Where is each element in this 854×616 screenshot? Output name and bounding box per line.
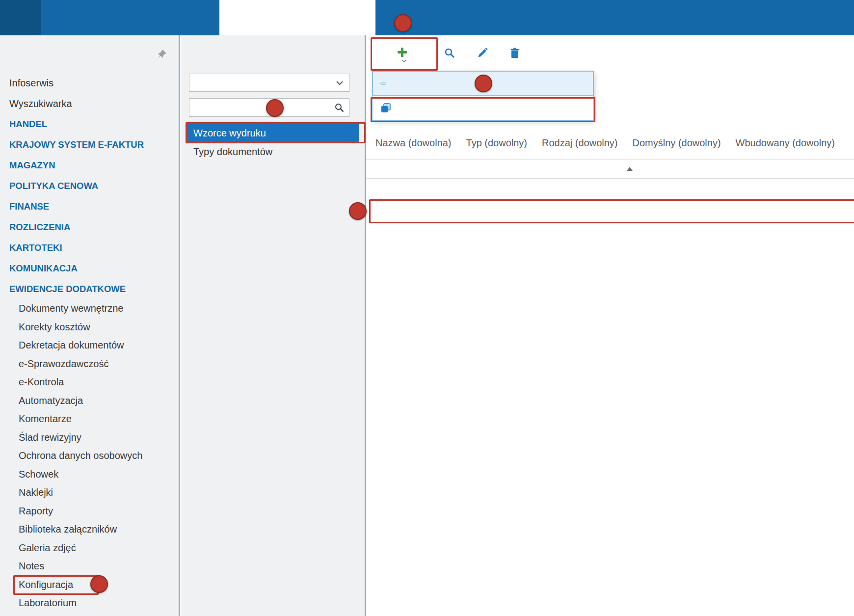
favorites-star-icon[interactable] bbox=[55, 0, 79, 35]
sidebar-item-label: KARTOTEKI bbox=[9, 242, 62, 253]
sidebar-item[interactable]: KRAJOWY SYSTEM E-FAKTUR bbox=[0, 134, 179, 155]
active-tab[interactable] bbox=[219, 0, 375, 35]
column-filter[interactable]: Typ (dowolny) bbox=[466, 137, 528, 152]
trash-icon bbox=[510, 48, 520, 58]
sidebar-item[interactable]: Galeria zdjęć bbox=[0, 539, 179, 558]
sidebar-item-label: KOMUNIKACJA bbox=[9, 263, 78, 274]
sidebar-item[interactable]: Automatyzacja bbox=[0, 392, 179, 410]
sidebar-item-label: MAGAZYN bbox=[9, 160, 55, 171]
sidebar-item-label: Ślad rewizyjny bbox=[19, 432, 81, 443]
sidebar-item-label: Biblioteka załączników bbox=[19, 524, 117, 535]
sidebar-item-label: ROZLICZENIA bbox=[9, 222, 70, 233]
sidebar-item[interactable]: e-Kontrola bbox=[0, 373, 179, 392]
copy-icon bbox=[380, 103, 391, 113]
search-icon[interactable] bbox=[334, 103, 344, 112]
pencil-icon bbox=[477, 48, 488, 58]
toolbar-items bbox=[444, 35, 595, 71]
scope-select[interactable] bbox=[189, 74, 349, 92]
config-section-list: Wzorce wydruku Typy dokumentów bbox=[187, 124, 359, 161]
sidebar-item-label: Schowek bbox=[19, 469, 58, 480]
plus-icon bbox=[396, 46, 408, 58]
sidebar-item[interactable]: Dekretacja dokumentów bbox=[0, 336, 179, 355]
sidebar-item-label: Konfiguracja bbox=[19, 579, 73, 590]
sidebar-item-label: e-Kontrola bbox=[19, 376, 64, 388]
main-content: Nazwa (dowolna) Typ (dowolny) Rodzaj (do… bbox=[366, 35, 854, 616]
sidebar-item[interactable]: Laboratorium bbox=[0, 594, 179, 613]
config-section-label: Typy dokumentów bbox=[193, 146, 272, 158]
sidebar-item[interactable]: FINANSE bbox=[0, 196, 179, 217]
sidebar-item[interactable]: Korekty kosztów bbox=[0, 318, 179, 337]
config-section-item[interactable]: Typy dokumentów bbox=[187, 142, 359, 161]
sidebar-item[interactable]: Naklejki bbox=[0, 483, 179, 502]
nf-icon bbox=[380, 82, 386, 85]
sidebar-item[interactable]: Komentarze bbox=[0, 410, 179, 429]
sidebar-item-label: Korekty kosztów bbox=[19, 321, 90, 333]
sidebar-item[interactable]: HANDEL bbox=[0, 114, 179, 134]
toolbar bbox=[366, 35, 854, 71]
column-filter[interactable]: Rodzaj (dowolny) bbox=[542, 137, 618, 152]
sidebar-item[interactable]: KARTOTEKI bbox=[0, 238, 179, 258]
app-window: Infoserwis Wyszukiwarka HANDEL KRAJOWY S… bbox=[0, 0, 854, 616]
sidebar-item-label: Galeria zdjęć bbox=[19, 542, 76, 554]
sidebar: Infoserwis Wyszukiwarka HANDEL KRAJOWY S… bbox=[0, 35, 180, 616]
new-tab-button[interactable] bbox=[380, 0, 403, 35]
sidebar-item-label: Dokumenty wewnętrzne bbox=[19, 303, 123, 314]
sidebar-item-label: Wyszukiwarka bbox=[9, 98, 72, 109]
sidebar-item-label: Notes bbox=[19, 561, 44, 572]
sidebar-item[interactable]: Ochrona danych osobowych bbox=[0, 447, 179, 465]
sidebar-item[interactable]: ROZLICZENIA bbox=[0, 217, 179, 238]
chevron-down-icon bbox=[336, 81, 343, 85]
sidebar-item[interactable]: e-Sprawozdawczość bbox=[0, 355, 179, 374]
panel-search-input[interactable] bbox=[189, 98, 349, 117]
sidebar-item[interactable]: Konfiguracja bbox=[0, 576, 179, 594]
sidebar-item[interactable]: Raporty bbox=[0, 502, 179, 521]
sidebar-item-label: Naklejki bbox=[19, 487, 53, 498]
command-search-input[interactable] bbox=[0, 42, 179, 65]
sidebar-item[interactable]: Infoserwis bbox=[0, 73, 179, 93]
search-icon bbox=[444, 48, 455, 58]
back-button[interactable] bbox=[189, 0, 212, 35]
sidebar-item-label: Ochrona danych osobowych bbox=[19, 450, 142, 461]
filter-row: Nazwa (dowolna) Typ (dowolny) Rodzaj (do… bbox=[375, 137, 854, 152]
sidebar-item-label: HANDEL bbox=[9, 119, 47, 130]
titlebar bbox=[0, 0, 854, 35]
edit-button[interactable] bbox=[477, 48, 492, 58]
sidebar-item[interactable]: Dokumenty wewnętrzne bbox=[0, 299, 179, 318]
sidebar-menu: Infoserwis Wyszukiwarka HANDEL KRAJOWY S… bbox=[0, 73, 179, 613]
sidebar-item[interactable]: MAGAZYN bbox=[0, 155, 179, 176]
sidebar-item-label: Komentarze bbox=[19, 413, 72, 425]
pin-icon[interactable] bbox=[157, 49, 167, 59]
show-button[interactable] bbox=[444, 48, 459, 58]
column-filter[interactable]: Domyślny (dowolny) bbox=[633, 137, 721, 152]
config-section-label: Wzorce wydruku bbox=[193, 128, 266, 139]
table-header bbox=[366, 159, 854, 179]
menu-item-powiel[interactable] bbox=[373, 96, 593, 120]
sidebar-item-label: POLITYKA CENOWA bbox=[9, 181, 98, 191]
sidebar-item[interactable]: Biblioteka załączników bbox=[0, 520, 179, 539]
menu-item-wzorzec-niefiskalny[interactable] bbox=[373, 71, 593, 96]
add-button[interactable] bbox=[372, 38, 436, 70]
config-section-item[interactable]: Wzorce wydruku bbox=[187, 124, 359, 142]
add-dropdown-menu bbox=[372, 71, 594, 121]
sidebar-item[interactable]: KOMUNIKACJA bbox=[0, 258, 179, 279]
sidebar-item[interactable]: Schowek bbox=[0, 465, 179, 484]
sidebar-item[interactable]: POLITYKA CENOWA bbox=[0, 176, 179, 196]
sidebar-item[interactable]: Notes bbox=[0, 557, 179, 576]
sidebar-item-label: KRAJOWY SYSTEM E-FAKTUR bbox=[9, 139, 144, 150]
sidebar-item[interactable]: Wyszukiwarka bbox=[0, 93, 179, 114]
sidebar-item[interactable]: EWIDENCJE DODATKOWE bbox=[0, 279, 179, 299]
app-logo bbox=[0, 0, 41, 35]
sidebar-item[interactable]: Ślad rewizyjny bbox=[0, 429, 179, 447]
chevron-down-icon bbox=[401, 59, 407, 62]
column-filter[interactable]: Wbudowany (dowolny) bbox=[736, 137, 835, 152]
sidebar-item-label: FINANSE bbox=[9, 201, 49, 212]
delete-button[interactable] bbox=[510, 48, 524, 58]
sidebar-item-label: EWIDENCJE DODATKOWE bbox=[9, 284, 126, 295]
config-panel: Wzorce wydruku Typy dokumentów bbox=[181, 35, 366, 616]
sidebar-item-label: Laboratorium bbox=[19, 597, 77, 609]
sort-asc-icon bbox=[627, 167, 633, 171]
sidebar-item-label: Raporty bbox=[19, 506, 53, 517]
sidebar-item-label: Automatyzacja bbox=[19, 395, 83, 406]
column-filter[interactable]: Nazwa (dowolna) bbox=[375, 137, 452, 152]
sidebar-item-label: e-Sprawozdawczość bbox=[19, 358, 108, 370]
